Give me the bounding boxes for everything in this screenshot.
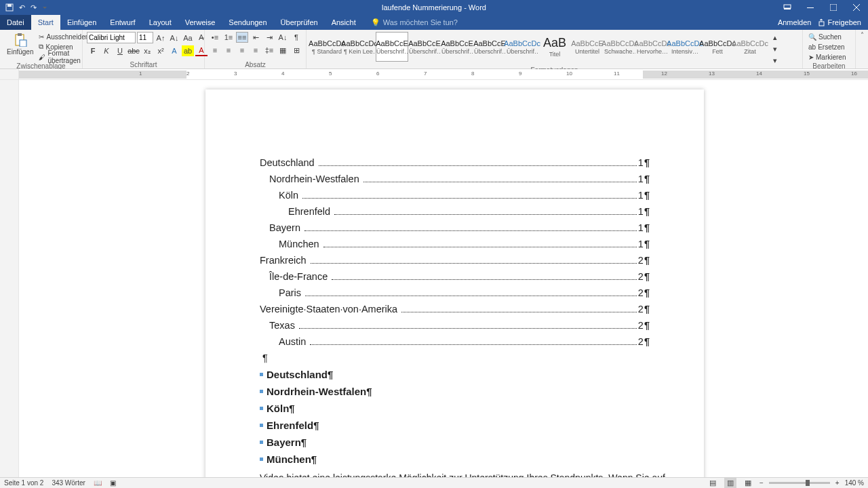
line-spacing-icon[interactable]: ‡≡ [263, 45, 275, 56]
undo-icon[interactable]: ↶ [19, 3, 25, 12]
font-name-input[interactable] [87, 32, 136, 43]
save-icon[interactable] [5, 3, 14, 12]
grow-font-icon[interactable]: A↑ [155, 33, 167, 43]
show-marks-icon[interactable]: ¶ [290, 32, 302, 43]
bullets-icon[interactable]: •≡ [209, 32, 221, 43]
svg-rect-8 [819, 22, 824, 26]
style-item[interactable]: AaBbCcDcHervorhe… [636, 32, 669, 62]
shading-icon[interactable]: ▦ [277, 45, 289, 56]
ribbon: Einfügen ✂Ausschneiden ⧉Kopieren 🖌Format… [0, 30, 868, 69]
tab-start[interactable]: Start [31, 15, 60, 30]
svg-rect-3 [784, 5, 791, 8]
styles-scroll-down-icon[interactable]: ▾ [769, 43, 781, 54]
ribbon-tabs: Datei Start Einfügen Entwurf Layout Verw… [0, 15, 868, 30]
align-right-icon[interactable]: ≡ [236, 45, 248, 56]
collapse-ribbon-icon[interactable]: ˄ [861, 31, 864, 39]
scissors-icon: ✂ [39, 33, 44, 41]
tab-mailings[interactable]: Sendungen [222, 15, 273, 30]
replace-button[interactable]: abErsetzen [807, 42, 847, 52]
svg-rect-10 [18, 33, 22, 36]
sort-icon[interactable]: A↓ [277, 32, 289, 43]
search-icon: 🔍 [808, 33, 816, 41]
style-item[interactable]: AaBbCcDcÜberschrif… [506, 32, 538, 62]
style-item[interactable]: AaBbCcEÜberschrif… [473, 32, 506, 62]
tab-review[interactable]: Überprüfen [274, 15, 325, 30]
borders-icon[interactable]: ⊞ [290, 45, 302, 56]
window-title: laufende Nummerierung - Word [382, 3, 486, 12]
share-label: Freigeben [827, 18, 861, 26]
highlight-icon[interactable]: ab [182, 45, 194, 56]
qat-dropdown-icon[interactable] [42, 4, 47, 11]
paste-button[interactable]: Einfügen [4, 32, 36, 57]
styles-more-icon[interactable]: ▾ [769, 55, 781, 66]
tell-me[interactable]: 💡 Was möchten Sie tun? [363, 15, 458, 30]
brush-icon: 🖌 [39, 54, 45, 61]
redo-icon[interactable]: ↷ [31, 3, 37, 12]
align-left-icon[interactable]: ≡ [209, 45, 221, 56]
font-group-label: Schriftart [87, 60, 200, 68]
increase-indent-icon[interactable]: ⇥ [263, 32, 275, 43]
superscript-icon[interactable]: x² [155, 45, 167, 56]
find-button[interactable]: 🔍Suchen [807, 32, 847, 41]
style-item[interactable]: AaBbCcEÜberschrif… [376, 32, 408, 62]
style-item[interactable]: AaBbCcDcZitat [734, 32, 766, 62]
ribbon-options-icon[interactable] [776, 0, 799, 15]
tab-design[interactable]: Entwurf [103, 15, 142, 30]
cursor-icon: ➤ [808, 54, 814, 61]
tab-file[interactable]: Datei [0, 15, 31, 30]
svg-rect-1 [7, 4, 12, 7]
style-item[interactable]: AaBbCcDc¶ Standard [311, 32, 343, 62]
maximize-icon[interactable] [822, 0, 845, 15]
horizontal-ruler: 12345678910111213141516171819 [0, 69, 868, 80]
close-icon[interactable] [845, 0, 868, 15]
sign-in[interactable]: Anmelden [778, 18, 812, 26]
copy-icon: ⧉ [39, 43, 43, 51]
svg-rect-5 [830, 4, 837, 11]
justify-icon[interactable]: ≡ [250, 45, 262, 56]
tab-layout[interactable]: Layout [142, 15, 178, 30]
svg-rect-4 [807, 7, 814, 8]
paragraph-group-label: Absatz [209, 60, 302, 68]
style-item[interactable]: AaBbCcEUntertitel [571, 32, 604, 62]
multilevel-icon[interactable]: ≡≡ [236, 32, 248, 43]
text-effects-icon[interactable]: A [168, 45, 180, 56]
style-item[interactable]: AaBbCcDcSchwache… [604, 32, 636, 62]
tell-me-label: Was möchten Sie tun? [383, 18, 458, 26]
lightbulb-icon: 💡 [371, 18, 380, 27]
italic-icon[interactable]: K [100, 45, 113, 56]
style-item[interactable]: AaBTitel [538, 32, 571, 62]
style-item[interactable]: AaBbCcEÜberschrif… [408, 32, 441, 62]
tab-insert[interactable]: Einfügen [60, 15, 103, 30]
tab-view[interactable]: Ansicht [325, 15, 363, 30]
replace-icon: ab [808, 43, 816, 51]
change-case-icon[interactable]: Aa [182, 33, 194, 43]
bold-icon[interactable]: F [87, 45, 99, 56]
align-center-icon[interactable]: ≡ [222, 45, 235, 56]
numbering-icon[interactable]: 1≡ [222, 32, 235, 43]
style-item[interactable]: AaBbCcEÜberschrif… [441, 32, 473, 62]
font-size-input[interactable] [137, 32, 153, 43]
title-bar: ↶ ↷ laufende Nummerierung - Word [0, 0, 868, 15]
underline-icon[interactable]: U [114, 45, 126, 56]
minimize-icon[interactable] [799, 0, 822, 15]
styles-scroll-up-icon[interactable]: ▴ [769, 32, 781, 43]
strike-icon[interactable]: abc [127, 45, 140, 56]
share-button[interactable]: Freigeben [818, 18, 861, 26]
decrease-indent-icon[interactable]: ⇤ [250, 32, 262, 43]
select-button[interactable]: ➤Markieren [807, 52, 847, 62]
style-item[interactable]: AaBbCcDcIntensiv… [669, 32, 701, 62]
svg-rect-11 [20, 40, 26, 47]
tab-references[interactable]: Verweise [178, 15, 222, 30]
styles-gallery[interactable]: AaBbCcDc¶ StandardAaBbCcDc¶ Kein Lee…AaB… [311, 32, 766, 62]
subscript-icon[interactable]: x₂ [141, 45, 153, 56]
style-item[interactable]: AaBbCcDcFett [701, 32, 734, 62]
style-item[interactable]: AaBbCcDc¶ Kein Lee… [343, 32, 376, 62]
shrink-font-icon[interactable]: A↓ [168, 33, 180, 43]
paste-label: Einfügen [7, 48, 33, 56]
